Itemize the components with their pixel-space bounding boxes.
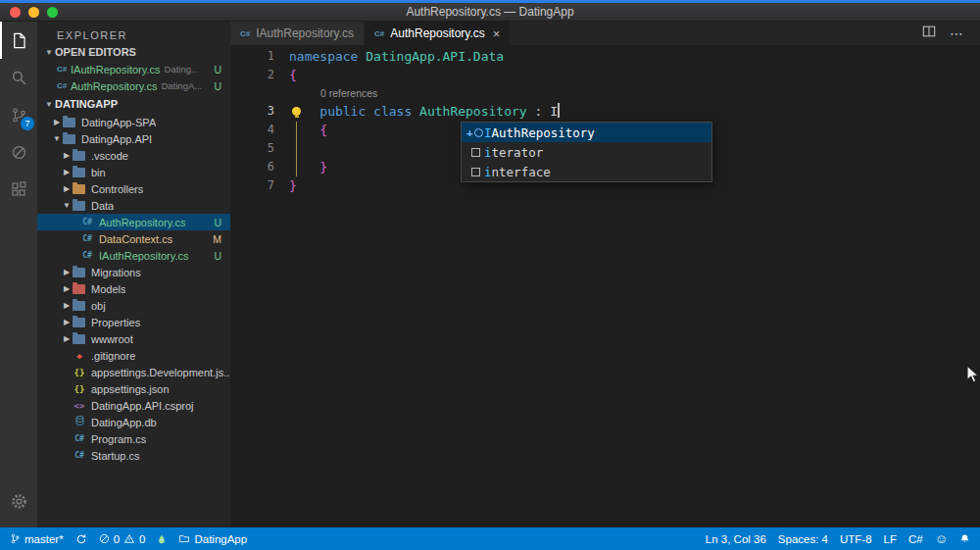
sidebar-title: EXPLORER — [37, 22, 230, 43]
open-editors-header[interactable]: ▼ OPEN EDITORS — [37, 43, 230, 61]
csharp-file-icon: C# — [73, 451, 86, 460]
tree-folder-models[interactable]: ▶Models — [37, 280, 230, 297]
tree-file-startup-cs[interactable]: C#Startup.cs — [37, 447, 230, 464]
folder-icon — [73, 168, 85, 177]
explorer-icon[interactable] — [0, 22, 37, 59]
item-name: DataContext.cs — [99, 233, 172, 245]
item-name: Startup.cs — [91, 450, 140, 462]
item-name: Program.cs — [91, 433, 146, 445]
file-detail: Dating... — [165, 64, 215, 75]
tree-file-gitignore[interactable]: ◆.gitignore — [37, 347, 230, 364]
csharp-file-icon: C# — [57, 65, 71, 74]
tree-folder-obj[interactable]: ▶obj — [37, 297, 230, 314]
git-branch-icon — [10, 532, 21, 545]
scm-badge: 7 — [21, 117, 34, 130]
code-editor[interactable]: 1namespace DatingApp.API.Data2{0 referen… — [230, 45, 980, 527]
open-editor-item-iauthrepository-cs[interactable]: C#IAuthRepository.csDating...U — [37, 61, 230, 77]
close-icon[interactable]: × — [493, 27, 501, 40]
suggestion-iauthrepository[interactable]: IAuthRepository — [462, 123, 711, 142]
text-cursor — [558, 103, 560, 118]
tree-folder-vscode[interactable]: ▶.vscode — [37, 147, 230, 164]
extensions-icon[interactable] — [0, 171, 37, 208]
code-line-3: 3 public class AuthRepository : I — [230, 102, 980, 121]
item-name: DatingApp-SPA — [81, 117, 156, 128]
status-bar: master* 0 0 DatingApp Ln 3, Col 36 Space… — [0, 527, 980, 550]
json-file-icon: {} — [73, 384, 86, 394]
folder-open-icon — [63, 134, 75, 144]
tree-file-datingapp-db[interactable]: DatingApp.db — [37, 414, 230, 430]
root-folder-label: DATINGAPP — [55, 98, 118, 110]
status-left: master* 0 0 DatingApp — [10, 527, 247, 550]
line-number: 7 — [230, 176, 289, 195]
codelens-references[interactable]: 0 references — [230, 84, 980, 102]
interface-icon — [466, 126, 484, 139]
titlebar: AuthRepository.cs — DatingApp — [0, 0, 980, 22]
tree-file-iauthrepository-cs[interactable]: C#IAuthRepository.csU — [37, 247, 230, 264]
activity-bar: 7 — [0, 22, 37, 527]
minimize-window-button[interactable] — [28, 7, 39, 18]
lightbulb-icon[interactable] — [292, 107, 301, 116]
tab-iauthrepository-cs[interactable]: C#IAuthRepository.cs — [230, 22, 365, 45]
tree-file-datingapp-api-csproj[interactable]: <>DatingApp.API.csproj — [37, 397, 230, 414]
file-tree: ▶DatingApp-SPA▼DatingApp.API▶.vscode▶bin… — [37, 114, 230, 464]
window-title: AuthRepository.cs — DatingApp — [0, 5, 980, 19]
encoding-indicator[interactable]: UTF-8 — [840, 533, 872, 545]
indentation-indicator[interactable]: Spaces: 4 — [778, 533, 828, 545]
tree-file-authrepository-cs[interactable]: C#AuthRepository.csU — [37, 214, 230, 230]
chevron-right-icon: ▶ — [61, 284, 73, 293]
sync-button[interactable] — [75, 533, 87, 545]
chevron-right-icon: ▶ — [61, 151, 73, 160]
item-name: DatingApp.API — [81, 133, 152, 145]
csharp-file-icon: C# — [57, 81, 71, 90]
settings-gear-icon[interactable] — [0, 482, 37, 520]
error-icon — [99, 533, 110, 544]
tree-folder-bin[interactable]: ▶bin — [37, 164, 230, 180]
more-actions-icon[interactable]: ⋯ — [950, 25, 964, 41]
folder-icon — [73, 184, 85, 194]
item-name: appsettings.Development.js... — [91, 367, 230, 378]
feedback-smiley-icon[interactable]: ☺ — [935, 532, 948, 545]
problems-indicator[interactable]: 0 0 — [99, 533, 146, 545]
search-icon[interactable] — [0, 59, 37, 96]
project-indicator[interactable]: DatingApp — [178, 533, 247, 545]
line-number: 4 — [230, 121, 289, 139]
source-control-icon[interactable]: 7 — [0, 96, 37, 133]
debug-icon[interactable] — [0, 133, 37, 171]
close-window-button[interactable] — [10, 7, 21, 18]
notifications-bell-icon[interactable] — [959, 533, 970, 545]
tree-folder-datingapp-api[interactable]: ▼DatingApp.API — [37, 130, 230, 147]
tree-folder-data[interactable]: ▼Data — [37, 197, 230, 214]
zoom-window-button[interactable] — [47, 7, 58, 18]
csharp-file-icon: C# — [80, 234, 94, 243]
flame-indicator[interactable] — [157, 533, 167, 545]
suggestion-iterator[interactable]: iterator — [462, 142, 711, 162]
tab-authrepository-cs[interactable]: C#AuthRepository.cs× — [365, 22, 511, 45]
suggestion-interface[interactable]: interface — [462, 162, 711, 181]
open-editor-item-authrepository-cs[interactable]: C#AuthRepository.csDatingA...U — [37, 77, 230, 94]
split-editor-icon[interactable] — [922, 25, 936, 42]
eol-indicator[interactable]: LF — [884, 533, 897, 545]
git-status-badge: U — [214, 217, 230, 228]
tree-file-appsettings-development-js[interactable]: {}appsettings.Development.js... — [37, 364, 230, 380]
code-text: } — [289, 158, 327, 176]
error-count: 0 — [114, 533, 120, 545]
cursor-position[interactable]: Ln 3, Col 36 — [706, 533, 766, 545]
tree-folder-migrations[interactable]: ▶Migrations — [37, 264, 230, 280]
line-number: 6 — [230, 158, 289, 176]
tree-folder-controllers[interactable]: ▶Controllers — [37, 180, 230, 197]
tree-folder-wwwroot[interactable]: ▶wwwroot — [37, 330, 230, 347]
git-branch-indicator[interactable]: master* — [10, 532, 64, 545]
editor-group: C#IAuthRepository.csC#AuthRepository.cs×… — [230, 22, 980, 527]
item-name: .gitignore — [91, 350, 135, 362]
csharp-file-icon: C# — [240, 29, 250, 38]
tree-folder-datingapp-spa[interactable]: ▶DatingApp-SPA — [37, 114, 230, 130]
tree-file-datacontext-cs[interactable]: C#DataContext.csM — [37, 230, 230, 247]
folder-root-header[interactable]: ▼ DATINGAPP — [37, 94, 230, 114]
tree-file-appsettings-json[interactable]: {}appsettings.json — [37, 380, 230, 397]
item-name: IAuthRepository.cs — [99, 250, 189, 262]
item-name: .vscode — [91, 150, 128, 162]
line-number: 5 — [230, 139, 289, 158]
tree-file-program-cs[interactable]: C#Program.cs — [37, 430, 230, 447]
language-indicator[interactable]: C# — [908, 533, 923, 545]
tree-folder-properties[interactable]: ▶Properties — [37, 314, 230, 330]
